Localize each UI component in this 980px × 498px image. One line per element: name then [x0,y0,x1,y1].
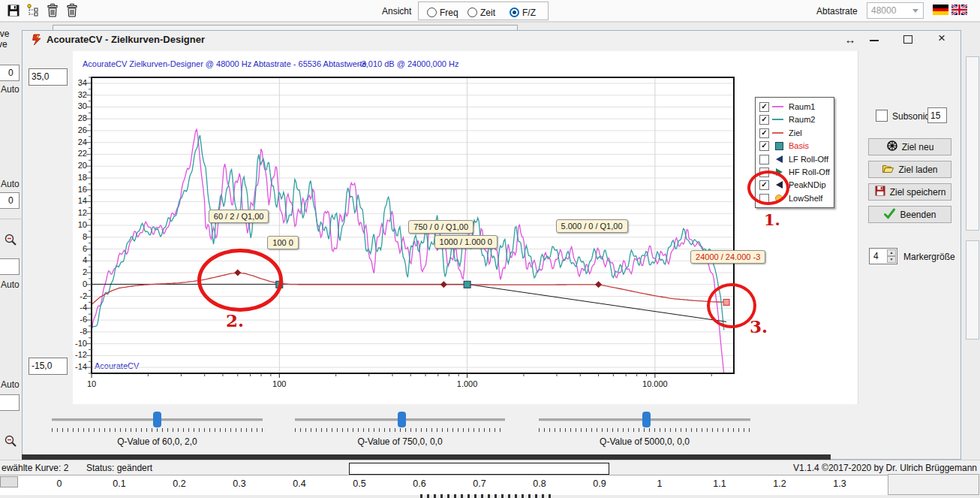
ziel-neu-button[interactable]: Ziel neu [868,138,951,155]
auto-label: Auto [1,84,20,95]
y-axis-tick-label: -6 [65,315,87,324]
save-icon[interactable] [6,3,21,18]
y-axis-tick-label: 8 [65,232,87,241]
y-axis-tick-label: -12 [65,350,87,359]
window-title: AcourateCV - Zielkurven-Designer [47,34,205,45]
legend-label: LowShelf [789,194,822,203]
uk-flag-icon[interactable] [951,5,967,15]
q-slider-thumb[interactable] [153,412,161,427]
spin-up-icon[interactable]: ▲ [887,249,896,256]
marker-size-stepper[interactable]: 4 ▲▼ [869,248,897,264]
subsonic-input[interactable]: 15 [927,107,947,123]
annotation-number-2: 2. [226,310,244,330]
divider [0,219,21,219]
subsonic-label: Subsonic [892,111,929,122]
legend-row-ziel: Ziel [756,127,834,140]
point-label: 5.000 / 0 / Q1,00 [556,219,628,233]
y-axis-tick-label: 12 [65,208,87,217]
x-axis-tick-label: 100 [260,379,298,388]
background-input[interactable] [0,394,20,411]
marker-size-value: 4 [873,251,879,261]
y-axis-tick-label: 2 [65,267,87,276]
horizontal-scrollbar-stub[interactable] [0,476,18,487]
legend-checkbox-raum2[interactable] [759,115,769,125]
zoom-out-icon[interactable] [4,434,17,448]
y-axis-tick-label: 6 [65,244,87,253]
spin-down-icon[interactable]: ▼ [887,256,896,263]
x-axis-tick-label: 1.000 [449,379,486,388]
cursor-readout: -3,010 dB @ 24000,000 Hz [359,59,458,68]
ruler-tick-label: 0.5 [344,478,374,489]
q-slider-label: Q-Value of 5000,0, 0,0 [547,436,742,447]
y-axis-tick-label: -8 [65,327,87,336]
annotation-circle-1 [747,171,789,205]
q-slider-thumb[interactable] [642,412,651,427]
check-icon [883,207,896,222]
legend-checkbox-ziel[interactable] [759,128,769,138]
y-axis-tick-label: 16 [65,185,87,194]
slider-tick-marks [295,428,505,432]
y-axis-tick-label: 26 [65,125,87,134]
beenden-button[interactable]: Beenden [868,206,951,223]
slider-tick-marks [539,428,750,432]
legend-checkbox-raum1[interactable] [759,102,769,112]
q-slider-thumb[interactable] [398,412,406,427]
zoom-out-icon[interactable] [4,233,17,246]
button-label: Ziel laden [898,164,937,175]
background-scrollbar-thumb[interactable] [966,240,979,340]
close-button[interactable]: × [933,31,950,44]
q-slider-label: Q-Value of 750,0, 0,0 [302,436,498,447]
x-axis-tick-label: 10 [87,379,125,388]
y-min-input[interactable]: -15,0 [29,358,68,375]
ruler-tick-label: 0.9 [585,478,615,489]
y-max-input[interactable]: 35,0 [29,68,68,86]
ruler-tick-label: 0.7 [464,478,495,489]
background-input[interactable]: 0 [0,192,20,209]
background-scrollbar[interactable] [966,56,979,231]
radio-f-z[interactable] [510,8,519,17]
german-flag-icon[interactable] [933,5,948,15]
delete-all-icon[interactable] [65,3,80,18]
ruler-right-panel [888,474,979,495]
radio-label: F/Z [522,8,536,18]
ruler-tick-label: 0 [44,478,74,489]
samplerate-combobox[interactable]: 48000 [867,2,924,19]
legend-label: HF Roll-Off [789,168,830,177]
background-input[interactable] [0,258,20,275]
acouratecv-app: Ansicht FreqZeitF/Z Abtastrate 48000 Aco… [0,0,980,498]
minimize-button[interactable] [866,33,882,47]
background-partial-text: ive [0,29,9,39]
maximize-button[interactable] [900,33,916,47]
point-label: 750 / 0 / Q1,00 [408,220,473,234]
legend-checkbox-basis[interactable] [759,141,769,151]
resize-horizontal-button[interactable]: ↔ [842,33,858,47]
ziel-speichern-button[interactable]: Ziel speichern [868,183,951,201]
y-axis-tick-label: 32 [65,90,87,99]
radio-zeit[interactable] [467,8,477,17]
status-state: Status: geändert [86,463,152,473]
radio-freq[interactable] [427,8,437,17]
clipped-text-fragment [420,494,555,498]
point-label: 60 / 2 / Q1,00 [209,210,269,223]
gear-icon [886,140,898,154]
auto-label: Auto [1,379,20,390]
legend-checkbox-lf-roll-off[interactable] [759,155,769,164]
subsonic-checkbox[interactable] [876,110,888,122]
curve-tree-icon[interactable] [26,3,41,18]
samplerate-label: Abtastrate [816,6,858,17]
version-text: V1.1.4 ©2017-2020 by Dr. Ulrich Brüggema… [675,463,977,473]
x-axis-tick-label: 10.000 [636,379,674,388]
chevron-down-icon [912,9,918,13]
ruler-tick-label: 1.3 [825,478,855,489]
acourate-logo-icon [31,34,43,46]
ziel-laden-button[interactable]: Ziel laden [868,161,951,178]
radio-label: Zeit [480,8,495,18]
slider-tick-marks [52,428,263,432]
y-axis-tick-label: 28 [65,113,87,122]
background-input[interactable]: 0 [0,65,20,81]
y-axis-tick-label: 18 [65,173,87,182]
delete-curve-icon[interactable] [45,3,60,18]
radio-label: Freq [440,8,458,18]
y-axis-tick-label: 34 [65,78,87,87]
y-axis-tick-label: 0 [65,279,87,288]
